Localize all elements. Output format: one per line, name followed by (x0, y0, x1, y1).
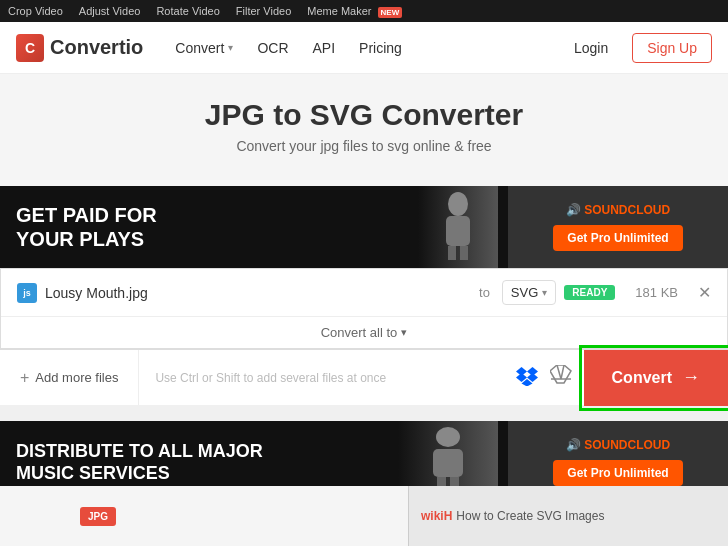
ad1-headline: GET PAID FOR YOUR PLAYS (16, 203, 157, 251)
file-icon: js (17, 283, 37, 303)
svg-point-0 (448, 192, 468, 216)
format-select[interactable]: SVG ▾ (502, 280, 556, 305)
toolbar-filter-video[interactable]: Filter Video (236, 5, 291, 17)
nav-api[interactable]: API (313, 40, 336, 56)
navbar: C Convertio Convert ▾ OCR API Pricing Lo… (0, 22, 728, 74)
chevron-down-icon: ▾ (401, 326, 407, 339)
jpg-badge: JPG (80, 507, 116, 526)
to-label: to (479, 285, 490, 300)
wiki-strip[interactable]: wikiH How to Create SVG Images (408, 486, 728, 546)
ad2-headline: DISTRIBUTE TO ALL MAJOR MUSIC SERVICES (16, 440, 263, 485)
wiki-logo: wikiH (421, 509, 452, 523)
logo-icon: C (16, 34, 44, 62)
svg-marker-4 (550, 365, 571, 383)
ad1-figure (277, 186, 377, 268)
convert-button-wrap: Convert → (584, 350, 728, 406)
plus-icon: + (20, 369, 29, 387)
ready-badge: READY (564, 285, 615, 300)
chevron-down-icon: ▾ (228, 42, 233, 53)
soundcloud-logo-2: 🔊 SOUNDCLOUD (566, 438, 670, 452)
page-subtitle: Convert your jpg files to svg online & f… (40, 138, 688, 154)
file-name: Lousy Mouth.jpg (45, 285, 471, 301)
arrow-icon: → (682, 367, 700, 388)
get-pro-btn-1[interactable]: Get Pro Unlimited (553, 225, 682, 251)
get-pro-btn-2[interactable]: Get Pro Unlimited (553, 460, 682, 486)
convert-button[interactable]: Convert → (584, 350, 728, 406)
signup-button[interactable]: Sign Up (632, 33, 712, 63)
nav-convert[interactable]: Convert ▾ (175, 40, 233, 56)
conversion-area: js Lousy Mouth.jpg to SVG ▾ READY 181 KB… (0, 268, 728, 349)
convert-all-row[interactable]: Convert all to ▾ (1, 317, 727, 348)
close-button[interactable]: ✕ (698, 283, 711, 302)
toolbar-meme-maker[interactable]: Meme Maker NEW (307, 5, 402, 17)
add-more-button[interactable]: + Add more files (0, 350, 139, 405)
logo[interactable]: C Convertio (16, 34, 143, 62)
file-row: js Lousy Mouth.jpg to SVG ▾ READY 181 KB… (1, 269, 727, 317)
page-title: JPG to SVG Converter (40, 98, 688, 132)
bottom-strip: JPG wikiH How to Create SVG Images (0, 486, 728, 546)
toolbar-crop-video[interactable]: Crop Video (8, 5, 63, 17)
svg-rect-1 (446, 216, 470, 246)
ad-banner-1: GET PAID FOR YOUR PLAYS 🔊 SOUNDCLOUD Get… (0, 186, 728, 268)
toolbar-rotate-video[interactable]: Rotate Video (156, 5, 219, 17)
logo-text: Convertio (50, 36, 143, 59)
svg-rect-6 (433, 449, 463, 477)
nav-pricing[interactable]: Pricing (359, 40, 402, 56)
main-content: JPG to SVG Converter Convert your jpg fi… (0, 74, 728, 186)
soundcloud-logo-1: 🔊 SOUNDCLOUD (566, 203, 670, 217)
drag-hint: Use Ctrl or Shift to add several files a… (139, 371, 515, 385)
nav-ocr[interactable]: OCR (257, 40, 288, 56)
chevron-down-icon: ▾ (542, 287, 547, 298)
toolbar-adjust-video[interactable]: Adjust Video (79, 5, 141, 17)
ad1-person-silhouette (418, 186, 498, 268)
login-button[interactable]: Login (574, 40, 608, 56)
top-toolbar: Crop Video Adjust Video Rotate Video Fil… (0, 0, 728, 22)
dropbox-icon[interactable] (516, 364, 538, 391)
file-size: 181 KB (635, 285, 678, 300)
svg-rect-2 (448, 246, 456, 260)
action-bar: + Add more files Use Ctrl or Shift to ad… (0, 349, 728, 405)
svg-point-5 (436, 427, 460, 447)
gdrive-icon[interactable] (550, 365, 572, 390)
svg-rect-3 (460, 246, 468, 260)
meme-badge: NEW (378, 7, 403, 18)
ad1-soundcloud: 🔊 SOUNDCLOUD Get Pro Unlimited (508, 186, 728, 268)
